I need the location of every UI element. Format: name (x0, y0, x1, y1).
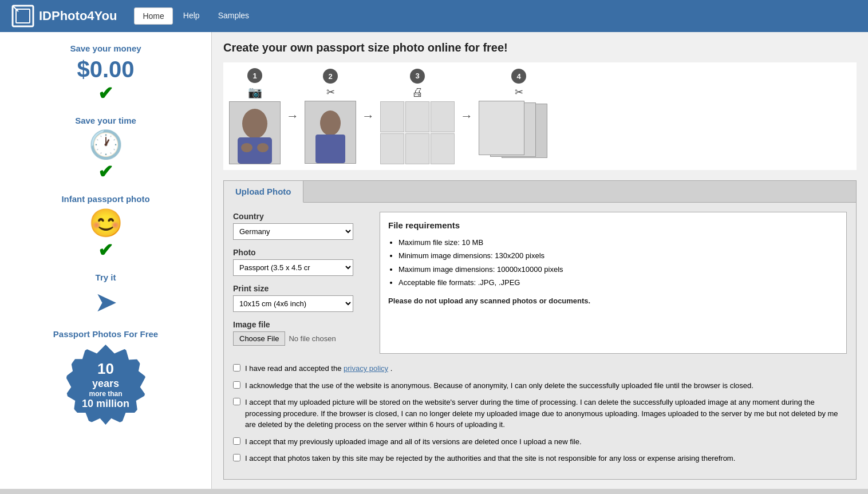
step-1-img (229, 101, 281, 164)
checkbox-4[interactable] (233, 437, 240, 445)
checkbox-2-label: I acknowledge that the use of the websit… (245, 380, 753, 392)
step-4-number: 4 (511, 69, 526, 84)
photo-label: Photo (233, 248, 370, 257)
sep-3-4: → (460, 109, 473, 124)
step-2-img (305, 101, 356, 164)
sidebar-save-money-label: Save your money (11, 44, 200, 53)
baby-icon: 😊 (11, 207, 200, 239)
tab-bar: Upload Photo (224, 181, 856, 203)
checkbox-row-3: I accept that my uploaded picture will b… (233, 397, 847, 430)
step-1: 1 📷 (229, 68, 281, 164)
checkbox-1[interactable] (233, 364, 240, 372)
country-group: Country Germany USA UK France Canada (233, 212, 370, 240)
sidebar-save-money: Save your money $0.00 ✔ (11, 44, 200, 104)
grid-cell-6 (431, 133, 455, 164)
checkbox-5[interactable] (233, 454, 240, 461)
badge-number: 10 (97, 360, 114, 378)
nav-home[interactable]: Home (134, 7, 172, 25)
sidebar-save-time-label: Save your time (11, 116, 200, 125)
step-1-icon: 📷 (248, 85, 262, 99)
file-req-title: File requirements (388, 220, 838, 230)
country-select[interactable]: Germany USA UK France Canada (233, 223, 353, 240)
form-left: Country Germany USA UK France Canada Pho… (233, 212, 370, 354)
file-input-row: Choose File No file chosen (233, 331, 370, 346)
sidebar-try-it-label: Try it (11, 272, 200, 282)
photo-select[interactable]: Passport (3.5 x 4.5 cr (233, 259, 353, 276)
file-requirements: File requirements Maximum file size: 10 … (380, 212, 847, 354)
sep-2-3: → (362, 109, 374, 124)
file-req-item-4: Acceptable file formats: .JPG, .JPEG (399, 276, 838, 289)
svg-point-9 (320, 110, 341, 136)
check-icon-infant: ✔ (11, 239, 200, 261)
svg-point-6 (241, 143, 252, 152)
step-4-stack (479, 101, 559, 164)
layout: Save your money $0.00 ✔ Save your time 🕐… (0, 32, 868, 489)
badge-million: 10 million (82, 398, 129, 410)
image-file-label: Image file (233, 320, 370, 329)
steps-row: 1 📷 → 2 ✂ (223, 62, 857, 170)
nav-help[interactable]: Help (175, 7, 208, 25)
sidebar-passport-photos: Passport Photos For Free 10 years more t… (11, 329, 200, 425)
header: IDPhoto4You Home Help Samples (0, 0, 868, 32)
checkbox-row-1: I have read and accepted the privacy pol… (233, 363, 847, 374)
logo-area: IDPhoto4You (11, 5, 117, 27)
image-file-group: Image file Choose File No file chosen (233, 320, 370, 346)
print-size-label: Print size (233, 284, 370, 293)
step-4-icon: ✂ (515, 86, 523, 98)
checkbox-row-4: I accept that my previously uploaded ima… (233, 436, 847, 448)
nav-samples[interactable]: Samples (210, 7, 257, 25)
logo-text: IDPhoto4You (39, 9, 117, 23)
sidebar-money-value: $0.00 (11, 57, 200, 82)
check-icon-money: ✔ (11, 82, 200, 104)
grid-cell-5 (405, 133, 429, 164)
file-req-item-3: Maximum image dimensions: 10000x10000 pi… (399, 263, 838, 276)
checkboxes-section: I have read and accepted the privacy pol… (224, 363, 856, 479)
step-2: 2 ✂ (305, 69, 356, 164)
arrow-icon: ➤ (11, 286, 200, 318)
check-icon-time: ✔ (11, 161, 200, 183)
stack-photo-1 (479, 101, 524, 155)
sidebar-infant-label: Infant passport photo (11, 194, 200, 204)
step-3: 3 🖨 (380, 69, 455, 164)
privacy-policy-link[interactable]: privacy policy (344, 364, 388, 373)
checkbox-row-2: I acknowledge that the use of the websit… (233, 380, 847, 392)
checkbox-1-label: I have read and accepted the privacy pol… (245, 363, 392, 374)
form-area: Upload Photo Country Germany USA UK Fran… (223, 180, 857, 480)
print-size-select[interactable]: 10x15 cm (4x6 inch) 13x18 cm (5x7 inch) … (233, 295, 353, 312)
checkbox-4-label: I accept that my previously uploaded ima… (245, 436, 582, 448)
tab-upload-photo[interactable]: Upload Photo (224, 181, 303, 203)
file-req-list: Maximum file size: 10 MB Minimum image d… (399, 236, 838, 290)
step-3-grid (380, 101, 455, 164)
sidebar-save-time: Save your time 🕐 ✔ (11, 116, 200, 183)
checkbox-3[interactable] (233, 398, 240, 405)
sidebar-infant: Infant passport photo 😊 ✔ (11, 194, 200, 261)
svg-rect-10 (315, 135, 345, 163)
print-size-group: Print size 10x15 cm (4x6 inch) 13x18 cm … (233, 284, 370, 312)
grid-cell-2 (405, 101, 429, 132)
svg-point-4 (242, 109, 267, 139)
checkbox-2[interactable] (233, 381, 240, 389)
country-label: Country (233, 212, 370, 221)
step-3-number: 3 (410, 69, 425, 84)
file-req-item-1: Maximum file size: 10 MB (399, 236, 838, 249)
cb1-text-after: . (390, 364, 393, 373)
form-content: Country Germany USA UK France Canada Pho… (224, 203, 856, 363)
sep-1-2: → (286, 109, 299, 124)
main-content: Create your own passport size photo onli… (212, 32, 868, 489)
badge-more: more than (89, 390, 122, 398)
step-2-number: 2 (323, 69, 338, 84)
step-4: 4 ✂ (479, 69, 559, 164)
grid-cell-1 (380, 101, 404, 132)
step-2-icon: ✂ (326, 86, 335, 98)
sidebar-passport-photos-label: Passport Photos For Free (11, 329, 200, 339)
clock-icon: 🕐 (11, 129, 200, 161)
checkbox-5-label: I accept that photos taken by this site … (245, 453, 735, 464)
cb1-text-before: I have read and accepted the (245, 364, 344, 373)
no-file-text: No file chosen (289, 334, 336, 343)
photo-group: Photo Passport (3.5 x 4.5 cr (233, 248, 370, 276)
step-1-number: 1 (247, 68, 262, 83)
no-scan-warning: Please do not upload any scanned photos … (388, 297, 838, 305)
choose-file-button[interactable]: Choose File (233, 331, 285, 346)
sidebar-badge: 10 years more than 10 million (66, 345, 146, 425)
badge-years: years (92, 378, 119, 390)
